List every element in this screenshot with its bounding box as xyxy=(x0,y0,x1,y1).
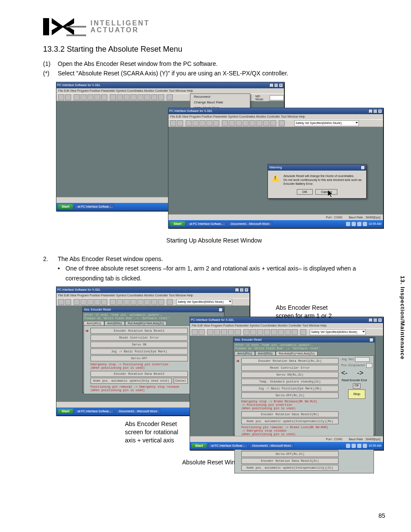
tab-arm2-b[interactable]: Arm2(R2c) xyxy=(255,351,276,355)
step-b15[interactable]: Home pos. automatic update(Indispensabil… xyxy=(241,465,339,471)
warning-text: Absolute Reset will change the Home of c… xyxy=(283,174,363,186)
toolbar-3[interactable]: Safety Vel Specified(MANU Mode) xyxy=(56,298,249,306)
cancel-button[interactable]: Cancel xyxy=(315,189,337,195)
step-a9: Positioning pin removal -> Emergency sto… xyxy=(85,385,188,392)
abs-msg-b: After it ends 'Home pos. automatic updat… xyxy=(234,342,375,351)
step-b8[interactable]: Encoder Rotation Data Reset2(Rc) xyxy=(241,411,339,417)
step-a8[interactable]: Home pos. automatic update(Only need onc… xyxy=(90,378,172,384)
step-b5[interactable]: Jog -> Basic Position(Eye Mark)(Rc) xyxy=(241,386,339,392)
abs-title-b: Abs. Encoder Reset xyxy=(235,338,262,341)
toolbar-2[interactable]: Safety Vel Specified(MANU Mode) xyxy=(168,119,383,127)
logo-text: INTELLIGENT ACTUATOR xyxy=(90,20,150,34)
step-a6: Emergency stop -> Positioning pin insert… xyxy=(85,362,188,370)
step-a5[interactable]: Servo-OFF xyxy=(90,355,188,361)
step-b14[interactable]: Encoder Rotation Data Reset3(Zc) xyxy=(241,458,339,464)
ok-b[interactable]: OK xyxy=(353,383,361,389)
reset-enc-b[interactable]: Reset Encoder Error xyxy=(341,378,372,382)
cursor-icon xyxy=(328,190,334,198)
warning-icon xyxy=(271,174,280,182)
task-item-3a[interactable]: at PC Interface Softwar... xyxy=(75,409,114,414)
menubar-2[interactable]: File Edit View Program Position Paramete… xyxy=(168,114,383,119)
start-button-2[interactable]: Start xyxy=(170,221,185,226)
window-title-2: PC Interface Software for X-SEL xyxy=(169,109,213,112)
jogvel-lbl-b: Jog Vel xyxy=(341,358,354,361)
status-port-4: Port : COM1 xyxy=(326,438,343,441)
posdisp-lbl-b: Pos.Displaced xyxy=(341,364,365,367)
step-b13[interactable]: Servo-OFF(Rc,Zc) xyxy=(241,451,339,457)
systray-4[interactable]: 10:55 AM xyxy=(346,444,381,448)
tab-rot-b[interactable]: Rot.Axis(Rc)+Vert.Axis(Zc) xyxy=(276,351,318,355)
step2-text: The Abs Encoder Reset window opens. xyxy=(58,254,385,264)
jogvel-box-b[interactable] xyxy=(355,357,370,362)
close-icon-a[interactable]: × xyxy=(218,308,223,312)
task-item-4b[interactable]: Document1 - Microsoft Word xyxy=(249,443,294,448)
close-icon[interactable]: × xyxy=(361,165,365,170)
window-title-3: PC Interface Software for X-SEL xyxy=(57,288,101,291)
start-button-3[interactable]: Start xyxy=(58,409,73,414)
task-item-3b[interactable]: Document1 - Microsoft Word xyxy=(116,409,160,414)
section-heading: 13.3.2 Starting the Absolute Reset Menu xyxy=(43,45,385,54)
mi-reconnect[interactable]: Reconnect xyxy=(190,94,250,100)
step-b9[interactable]: Home pos. automatic update(Indispensabil… xyxy=(241,418,339,424)
svg-marker-5 xyxy=(328,190,333,197)
task-item-1a[interactable]: at PC Interface Softwar... xyxy=(75,204,114,209)
step2-bullet: One of three absolute reset screens –for… xyxy=(65,264,385,283)
systray[interactable]: 10:55 AM xyxy=(346,222,381,226)
step-b4[interactable]: Temp. Standard posture standby(Zc) xyxy=(241,379,339,385)
close-icon-b[interactable]: × xyxy=(369,338,374,342)
step-a2[interactable]: Reset Controller Error xyxy=(90,335,188,341)
step-b3[interactable]: Servo ON(Rc,Zc) xyxy=(241,372,339,378)
figure-2: PC Interface Software for X-SEL _□× File… xyxy=(43,286,385,454)
window-buttons-4[interactable]: _□× xyxy=(368,318,382,322)
logo-line2: ACTUATOR xyxy=(90,27,150,34)
step1-num: (1) xyxy=(43,59,58,68)
tab-arm1-a[interactable]: Arm1(R1c) xyxy=(84,321,104,325)
tab-rot-a[interactable]: Rot.Axis(Rc)+Vert.Axis(Zc) xyxy=(125,321,167,325)
task-item-2b[interactable]: Document1 - Microsoft Word xyxy=(228,221,272,226)
safety-combo-4[interactable]: Safety Vel Specified(MANU Mode) xyxy=(310,329,366,335)
toolbar-4[interactable]: Safety Vel Specified(MANU Mode) xyxy=(190,328,383,336)
side-tab: 13. Inspection/Maintenance xyxy=(399,276,406,360)
svg-rect-3 xyxy=(66,26,86,28)
svg-rect-4 xyxy=(66,34,86,36)
window-title: PC Interface Software for X-SEL xyxy=(57,84,101,87)
task-item-4a[interactable]: at PC Interface Softwar... xyxy=(208,443,248,448)
step-a3[interactable]: Servo ON xyxy=(90,342,188,348)
task-item-2a[interactable]: at PC Interface Softwar... xyxy=(187,221,226,226)
ok-button[interactable]: OK xyxy=(297,189,313,195)
start-button-1[interactable]: Start xyxy=(58,204,73,209)
menubar-4[interactable]: File Edit View Program Position Paramete… xyxy=(190,323,383,328)
mdmode-label: MD Mode: xyxy=(255,94,268,101)
menubar[interactable]: File Edit View Program Position Paramete… xyxy=(56,88,284,93)
step-b10: Positioning pin removal -> Brake Lock(BK… xyxy=(236,425,339,436)
stop-b[interactable]: Stop xyxy=(348,389,365,399)
safety-combo[interactable]: Safety Vel Specified(MANU Mode) xyxy=(294,120,359,126)
window-title-4: PC Interface Software for X-SEL xyxy=(191,318,234,321)
step-b1[interactable]: Encoder Rotation Data Reset1(Rc,Zc) xyxy=(241,358,339,364)
logo: INTELLIGENT ACTUATOR xyxy=(43,17,385,36)
clock-4: 10:55 AM xyxy=(368,444,381,447)
callout-rot: Abs Encoder Reset screen for rotational … xyxy=(125,420,178,445)
tab-arm2-a[interactable]: Arm2(R2c) xyxy=(104,321,125,325)
abs-tabs-b[interactable]: Arm1(R1c) Arm2(R2c) Rot.Axis(Rc)+Vert.Ax… xyxy=(234,351,375,355)
logo-mark xyxy=(43,17,86,36)
window-buttons[interactable]: _□× xyxy=(269,83,283,87)
step-b6[interactable]: Servo-OFF(Rc,Zc) xyxy=(241,392,339,398)
status-port-2: Port : COM1 xyxy=(326,216,343,219)
step-a4[interactable]: Jog -> Basic Position(Eye Mark) xyxy=(90,348,188,355)
step-a7[interactable]: Encoder Rotation Data Reset2 xyxy=(90,371,188,377)
mi-baud[interactable]: Change Baud Rate xyxy=(190,100,250,105)
tab-arm1-b[interactable]: Arm1(R1c) xyxy=(234,351,255,355)
step-a1[interactable]: Encoder Rotation Data Reset1 xyxy=(90,328,188,334)
mdmode-combo[interactable] xyxy=(270,95,284,100)
stepstar-text: Select "Absolute Reset (SCARA Axis) (Y)"… xyxy=(58,68,385,78)
menubar-3[interactable]: File Edit View Program Position Paramete… xyxy=(56,293,249,298)
start-button-4[interactable]: Start xyxy=(192,443,206,448)
cancel-a[interactable]: Cancel xyxy=(174,378,188,384)
step-b2[interactable]: Reset Controller Error xyxy=(241,365,339,371)
safety-combo-3[interactable]: Safety Vel Specified(MANU Mode) xyxy=(176,299,232,305)
window-buttons-3[interactable]: _□× xyxy=(235,288,249,292)
bullet-icon: • xyxy=(58,264,65,283)
window-buttons-2[interactable]: _□× xyxy=(368,109,382,113)
abs-title-a: Abs. Encoder Reset xyxy=(84,308,111,311)
